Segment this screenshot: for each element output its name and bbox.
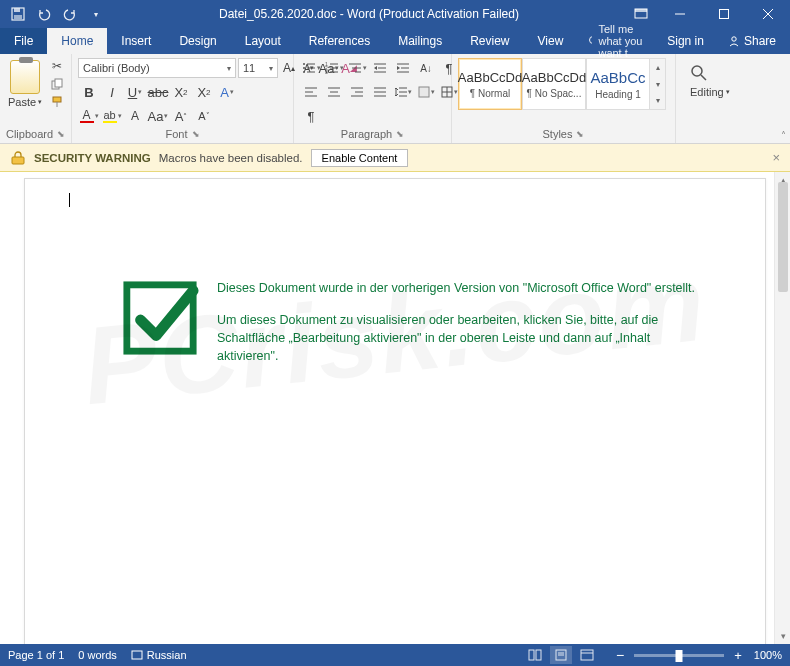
scroll-thumb[interactable] [778, 182, 788, 292]
clipboard-launcher-icon[interactable]: ⬊ [57, 129, 65, 139]
tab-layout[interactable]: Layout [231, 28, 295, 54]
svg-point-9 [590, 37, 593, 44]
print-layout-icon[interactable] [550, 646, 572, 664]
web-layout-icon[interactable] [576, 646, 598, 664]
enclose-icon[interactable]: Aa▾ [147, 106, 169, 126]
text-effects-icon[interactable]: A▾ [216, 82, 238, 102]
tab-mailings[interactable]: Mailings [384, 28, 456, 54]
tell-me-search[interactable]: Tell me what you want t [577, 28, 657, 54]
redo-icon[interactable] [58, 3, 82, 25]
zoom-out-button[interactable]: − [616, 647, 624, 663]
editing-button[interactable]: Editing▾ [682, 58, 784, 138]
superscript-button[interactable]: X2 [193, 82, 215, 102]
ribbon-tabs: File Home Insert Design Layout Reference… [0, 28, 790, 54]
group-paragraph: ▾ 123▾ ▾ A↓ ¶ ▾ ▾ ▾ ¶ Paragraph⬊ [294, 54, 452, 143]
language-status[interactable]: Russian [131, 649, 187, 661]
shading-icon[interactable]: ▾ [415, 82, 437, 102]
tab-references[interactable]: References [295, 28, 384, 54]
line-spacing-icon[interactable]: ▾ [392, 82, 414, 102]
align-center-icon[interactable] [323, 82, 345, 102]
svg-point-18 [303, 67, 305, 69]
styles-gallery-more[interactable]: ▴▾▾ [650, 58, 666, 110]
style-name: ¶ No Spac... [527, 88, 582, 99]
tab-design[interactable]: Design [165, 28, 230, 54]
tab-view[interactable]: View [524, 28, 578, 54]
para-extra-icon[interactable]: ¶ [300, 106, 322, 126]
font-size-select[interactable]: 11▾ [238, 58, 278, 78]
numbering-icon[interactable]: 123▾ [323, 58, 345, 78]
zoom-value[interactable]: 100% [754, 649, 782, 661]
word-count[interactable]: 0 words [78, 649, 117, 661]
paste-label: Paste [8, 96, 36, 108]
qat-customize-icon[interactable]: ▾ [84, 3, 108, 25]
justify-icon[interactable] [369, 82, 391, 102]
zoom-in-button[interactable]: + [734, 648, 742, 663]
style-heading1[interactable]: AaBbCc Heading 1 [586, 58, 650, 110]
cut-icon[interactable]: ✂ [48, 58, 66, 74]
font-launcher-icon[interactable]: ⬊ [192, 129, 200, 139]
styles-launcher-icon[interactable]: ⬊ [576, 129, 584, 139]
italic-button[interactable]: I [101, 82, 123, 102]
font-grow2-icon[interactable]: A˄ [170, 106, 192, 126]
tab-file[interactable]: File [0, 28, 47, 54]
font-name-select[interactable]: Calibri (Body)▾ [78, 58, 236, 78]
align-left-icon[interactable] [300, 82, 322, 102]
spellcheck-icon [131, 649, 143, 661]
strike-button[interactable]: abc [147, 82, 169, 102]
bold-button[interactable]: B [78, 82, 100, 102]
font-shrink2-icon[interactable]: A˅ [193, 106, 215, 126]
svg-rect-62 [536, 650, 541, 660]
tab-review[interactable]: Review [456, 28, 523, 54]
char-shading-icon[interactable]: A [124, 106, 146, 126]
title-bar: ▾ Datei_05.26.2020.doc - Word (Product A… [0, 0, 790, 28]
find-icon [690, 64, 708, 82]
highlight-icon[interactable]: ab▾ [101, 106, 123, 126]
minimize-button[interactable] [658, 0, 702, 28]
paste-button[interactable]: Paste▾ [6, 58, 44, 108]
style-nospacing[interactable]: AaBbCcDd ¶ No Spac... [522, 58, 586, 110]
security-close-icon[interactable]: × [772, 150, 780, 165]
font-label: Font [165, 128, 187, 140]
ribbon: Paste▾ ✂ Clipboard⬊ Calibri (Body)▾ 11▾ … [0, 54, 790, 144]
indent-icon[interactable] [392, 58, 414, 78]
lightbulb-icon [587, 35, 592, 47]
enable-content-button[interactable]: Enable Content [311, 149, 409, 167]
svg-point-11 [732, 37, 736, 41]
subscript-button[interactable]: X2 [170, 82, 192, 102]
close-button[interactable] [746, 0, 790, 28]
vertical-scrollbar[interactable]: ▴ ▾ [774, 172, 790, 644]
font-color-icon[interactable]: A▾ [78, 106, 100, 126]
font-size-value: 11 [243, 62, 255, 74]
share-button[interactable]: Share [714, 28, 790, 54]
tab-insert[interactable]: Insert [107, 28, 165, 54]
copy-icon[interactable] [48, 76, 66, 92]
paragraph-launcher-icon[interactable]: ⬊ [396, 129, 404, 139]
language-value: Russian [147, 649, 187, 661]
save-icon[interactable] [6, 3, 30, 25]
outdent-icon[interactable] [369, 58, 391, 78]
undo-icon[interactable] [32, 3, 56, 25]
clipboard-label: Clipboard [6, 128, 53, 140]
read-mode-icon[interactable] [524, 646, 546, 664]
page-status[interactable]: Page 1 of 1 [8, 649, 64, 661]
security-title: SECURITY WARNING [34, 152, 151, 164]
multilevel-icon[interactable]: ▾ [346, 58, 368, 78]
scroll-down-icon[interactable]: ▾ [775, 628, 790, 644]
format-painter-icon[interactable] [48, 94, 66, 110]
sort-icon[interactable]: A↓ [415, 58, 437, 78]
security-warning-bar: SECURITY WARNING Macros have been disabl… [0, 144, 790, 172]
document-page[interactable]: Dieses Dokument wurde in der vorherigen … [24, 178, 766, 644]
align-right-icon[interactable] [346, 82, 368, 102]
bullets-icon[interactable]: ▾ [300, 58, 322, 78]
style-normal[interactable]: AaBbCcDd ¶ Normal [458, 58, 522, 110]
sign-in-link[interactable]: Sign in [657, 28, 714, 54]
svg-point-16 [303, 63, 305, 65]
style-name: Heading 1 [595, 89, 641, 100]
document-content: Dieses Dokument wurde in der vorherigen … [121, 279, 705, 380]
collapse-ribbon-icon[interactable]: ˄ [781, 130, 786, 141]
tab-home[interactable]: Home [47, 28, 107, 54]
zoom-slider[interactable] [634, 654, 724, 657]
svg-rect-6 [720, 10, 729, 19]
maximize-button[interactable] [702, 0, 746, 28]
underline-button[interactable]: U▾ [124, 82, 146, 102]
